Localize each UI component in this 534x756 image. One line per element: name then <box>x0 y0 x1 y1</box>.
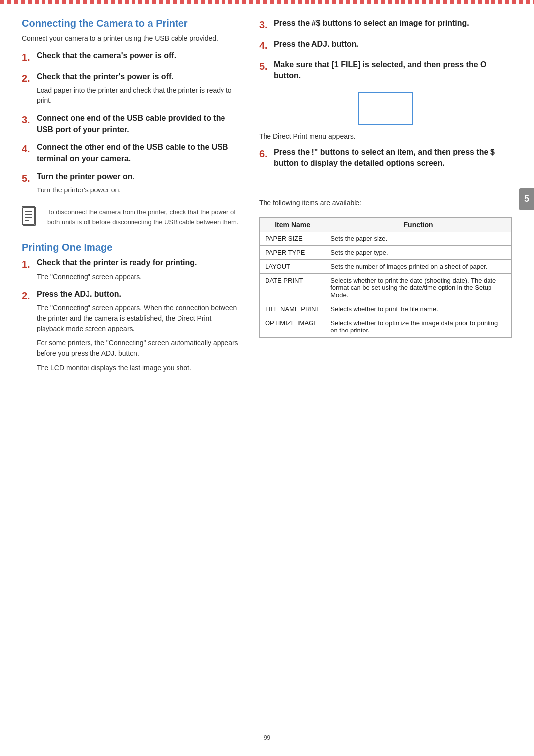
step-5-desc: Turn the printer's power on. <box>37 185 239 195</box>
step-number-5: 5. <box>22 171 33 185</box>
printing-title: Printing One Image <box>22 242 239 253</box>
screen-area <box>259 92 512 125</box>
right-step-number-4: 4. <box>259 39 270 52</box>
table-cell-item: LAYOUT <box>260 259 325 273</box>
print-step-2-title: Press the ADJ. button. <box>37 289 239 300</box>
print-step-number-1: 1. <box>22 257 33 271</box>
print-step-2: 2. Press the ADJ. button. The "Connectin… <box>22 289 239 373</box>
step-number-3: 3. <box>22 113 33 127</box>
screen-caption: The Direct Print menu appears. <box>259 132 512 140</box>
table-cell-item: OPTIMIZE IMAGE <box>260 316 325 337</box>
right-step-3-title: Press the #$ buttons to select an image … <box>274 18 512 29</box>
print-step-1: 1. Check that the printer is ready for p… <box>22 257 239 282</box>
printing-section: Printing One Image 1. Check that the pri… <box>22 242 239 373</box>
right-step-6: 6. Press the !" buttons to select an ite… <box>259 147 512 169</box>
right-steps-top: 3. Press the #$ buttons to select an ima… <box>259 18 512 82</box>
right-step-6-title: Press the !" buttons to select an item, … <box>274 147 512 169</box>
right-step-number-3: 3. <box>259 18 270 32</box>
table-intro: The following items are available: <box>259 199 512 207</box>
right-step-4-content: Press the ADJ. button. <box>274 39 512 49</box>
table-row: PAPER TYPESets the paper type. <box>260 245 512 259</box>
print-step-1-content: Check that the printer is ready for prin… <box>37 257 239 282</box>
step-number-4: 4. <box>22 142 33 156</box>
right-column: 3. Press the #$ buttons to select an ima… <box>254 18 512 380</box>
print-step-2-desc3: The LCD monitor displays the last image … <box>37 363 239 373</box>
print-step-2-content: Press the ADJ. button. The "Connecting" … <box>37 289 239 373</box>
options-table: Item Name Function PAPER SIZESets the pa… <box>260 217 512 337</box>
connecting-intro: Connect your camera to a printer using t… <box>22 33 239 44</box>
table-cell-function: Selects whether to print the date (shoot… <box>325 273 512 302</box>
table-cell-item: FILE NAME PRINT <box>260 302 325 316</box>
print-step-1-desc: The "Connecting" screen appears. <box>37 272 239 282</box>
connect-step-1: 1. Check that the camera's power is off. <box>22 50 239 64</box>
right-step-4-title: Press the ADJ. button. <box>274 39 512 49</box>
note-text: To disconnect the camera from the printe… <box>47 205 239 227</box>
table-cell-function: Sets the paper type. <box>325 245 512 259</box>
note-box: To disconnect the camera from the printe… <box>22 205 239 230</box>
right-step-3-content: Press the #$ buttons to select an image … <box>274 18 512 29</box>
connecting-title: Connecting the Camera to a Printer <box>22 18 239 29</box>
step-3-title: Connect one end of the USB cable provide… <box>37 113 239 135</box>
svg-rect-1 <box>22 206 35 224</box>
right-step-number-6: 6. <box>259 147 270 161</box>
table-cell-item: DATE PRINT <box>260 273 325 302</box>
step-number-2: 2. <box>22 71 33 85</box>
col-header-item: Item Name <box>260 217 325 232</box>
step-4-content: Connect the other end of the USB cable t… <box>37 142 239 164</box>
print-step-2-desc2: For some printers, the "Connecting" scre… <box>37 338 239 359</box>
camera-screen <box>358 92 413 125</box>
tab-number: 5 <box>524 194 529 204</box>
table-row: FILE NAME PRINTSelects whether to print … <box>260 302 512 316</box>
table-cell-item: PAPER SIZE <box>260 232 325 245</box>
table-cell-function: Sets the paper size. <box>325 232 512 245</box>
connect-step-3: 3. Connect one end of the USB cable prov… <box>22 113 239 135</box>
print-step-number-2: 2. <box>22 289 33 303</box>
right-step-3: 3. Press the #$ buttons to select an ima… <box>259 18 512 32</box>
step-2-content: Check that the printer's power is off. L… <box>37 71 239 106</box>
connecting-section: Connecting the Camera to a Printer Conne… <box>22 18 239 195</box>
print-step-2-desc1: The "Connecting" screen appears. When th… <box>37 303 239 334</box>
step-5-title: Turn the printer power on. <box>37 171 239 182</box>
col-header-function: Function <box>325 217 512 232</box>
table-section: The following items are available: Item … <box>259 199 512 338</box>
note-icon <box>22 205 42 230</box>
items-table: Item Name Function PAPER SIZESets the pa… <box>259 217 512 338</box>
step-1-title: Check that the camera's power is off. <box>37 50 239 61</box>
page-border-top <box>0 0 534 4</box>
table-row: DATE PRINTSelects whether to print the d… <box>260 273 512 302</box>
connect-step-4: 4. Connect the other end of the USB cabl… <box>22 142 239 164</box>
step-2-title: Check that the printer's power is off. <box>37 71 239 82</box>
right-step-5: 5. Make sure that [1 FILE] is selected, … <box>259 59 512 82</box>
page-number: 99 <box>264 734 270 741</box>
left-column: Connecting the Camera to a Printer Conne… <box>22 18 239 380</box>
step-5-content: Turn the printer power on. Turn the prin… <box>37 171 239 195</box>
table-row: LAYOUTSets the number of images printed … <box>260 259 512 273</box>
step-2-desc: Load paper into the printer and check th… <box>37 85 239 106</box>
print-step-1-title: Check that the printer is ready for prin… <box>37 257 239 268</box>
step-number-1: 1. <box>22 50 33 64</box>
connect-step-2: 2. Check that the printer's power is off… <box>22 71 239 106</box>
right-step-4: 4. Press the ADJ. button. <box>259 39 512 52</box>
right-step-number-5: 5. <box>259 59 270 73</box>
step-4-title: Connect the other end of the USB cable t… <box>37 142 239 164</box>
table-cell-item: PAPER TYPE <box>260 245 325 259</box>
page-footer: 99 <box>0 729 534 746</box>
right-step-6-content: Press the !" buttons to select an item, … <box>274 147 512 169</box>
table-cell-function: Selects whether to optimize the image da… <box>325 316 512 337</box>
table-row: OPTIMIZE IMAGESelects whether to optimiz… <box>260 316 512 337</box>
right-step-5-content: Make sure that [1 FILE] is selected, and… <box>274 59 512 82</box>
page-tab: 5 <box>519 188 534 210</box>
table-cell-function: Sets the number of images printed on a s… <box>325 259 512 273</box>
step-3-content: Connect one end of the USB cable provide… <box>37 113 239 135</box>
svg-rect-0 <box>23 207 36 225</box>
table-cell-function: Selects whether to print the file name. <box>325 302 512 316</box>
right-step-5-title: Make sure that [1 FILE] is selected, and… <box>274 59 512 82</box>
step-1-content: Check that the camera's power is off. <box>37 50 239 61</box>
table-row: PAPER SIZESets the paper size. <box>260 232 512 245</box>
connect-step-5: 5. Turn the printer power on. Turn the p… <box>22 171 239 195</box>
